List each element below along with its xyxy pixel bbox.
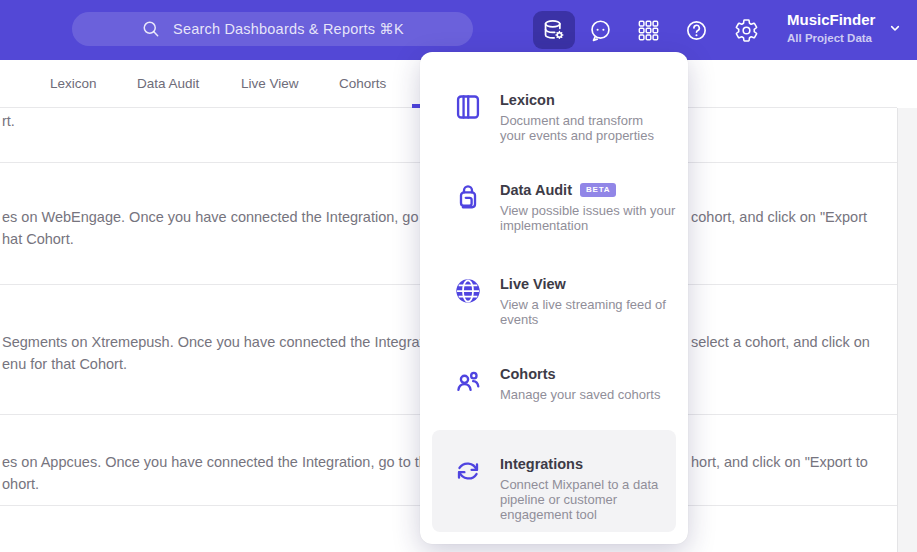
sync-arrows-icon	[454, 457, 482, 485]
row-text-left: rt.	[2, 110, 15, 132]
search-placeholder: Search Dashboards & Reports ⌘K	[173, 21, 404, 37]
row-text-left: es on Appcues. Once you have connected t…	[2, 451, 451, 495]
menu-item-integrations[interactable]: Integrations Connect Mixpanel to a data …	[454, 452, 678, 522]
apps-grid-button[interactable]	[628, 10, 668, 50]
row-text-right: cohort, and click on "Export	[691, 206, 867, 228]
menu-item-description: Connect Mixpanel to a data pipeline or c…	[500, 477, 658, 522]
search-bar[interactable]: Search Dashboards & Reports ⌘K	[72, 12, 473, 46]
tab-live-view[interactable]: Live View	[241, 60, 299, 107]
menu-item-title: Lexicon	[500, 92, 654, 108]
beta-badge: BETA	[580, 183, 616, 197]
row-text-right: select a cohort, and click on	[691, 331, 870, 353]
data-management-button[interactable]	[533, 11, 575, 49]
menu-item-data-audit[interactable]: Data Audit BETA View possible issues wit…	[454, 178, 678, 233]
row-text-left: es on WebEngage. Once you have connected…	[2, 206, 459, 250]
menu-item-description: Document and transform your events and p…	[500, 113, 654, 143]
nav-dropdown-menu: Lexicon Document and transform your even…	[420, 52, 688, 544]
menu-item-title: Data Audit	[500, 182, 572, 198]
menu-item-title: Integrations	[500, 456, 658, 472]
database-gear-icon	[541, 17, 567, 43]
audit-lock-icon	[454, 183, 482, 211]
chevron-down-icon	[887, 20, 903, 36]
tab-lexicon[interactable]: Lexicon	[50, 60, 97, 107]
tab-cohorts[interactable]: Cohorts	[339, 60, 386, 107]
help-button[interactable]	[676, 10, 716, 50]
apps-grid-icon	[636, 18, 661, 43]
project-switcher[interactable]: MusicFinder All Project Data	[787, 10, 903, 46]
menu-item-live-view[interactable]: Live View View a live streaming feed of …	[454, 272, 678, 327]
menu-item-title: Cohorts	[500, 366, 660, 382]
globe-icon	[454, 277, 482, 305]
project-name: MusicFinder	[787, 10, 875, 30]
search-icon	[141, 19, 161, 39]
row-text-left: Segments on Xtremepush. Once you have co…	[2, 331, 447, 375]
settings-gear-icon	[734, 18, 759, 43]
help-icon	[684, 18, 709, 43]
top-nav-bar: Search Dashboards & Reports ⌘K	[0, 0, 917, 60]
menu-item-title: Live View	[500, 276, 666, 292]
tab-data-audit[interactable]: Data Audit	[137, 60, 199, 107]
project-subtitle: All Project Data	[787, 30, 875, 46]
menu-item-lexicon[interactable]: Lexicon Document and transform your even…	[454, 88, 678, 143]
row-text-right: hort, and click on "Export to	[691, 451, 868, 473]
menu-item-cohorts[interactable]: Cohorts Manage your saved cohorts	[454, 362, 678, 402]
menu-item-description: View a live streaming feed of events	[500, 297, 666, 327]
book-icon	[454, 93, 482, 121]
app-window: Search Dashboards & Reports ⌘K	[0, 0, 917, 552]
settings-button[interactable]	[726, 10, 766, 50]
people-icon	[454, 367, 482, 395]
feedback-button[interactable]	[580, 10, 620, 50]
menu-item-description: Manage your saved cohorts	[500, 387, 660, 402]
feedback-smiley-icon	[588, 18, 613, 43]
scrollbar-track[interactable]	[897, 108, 917, 552]
menu-item-description: View possible issues with your implement…	[500, 203, 675, 233]
